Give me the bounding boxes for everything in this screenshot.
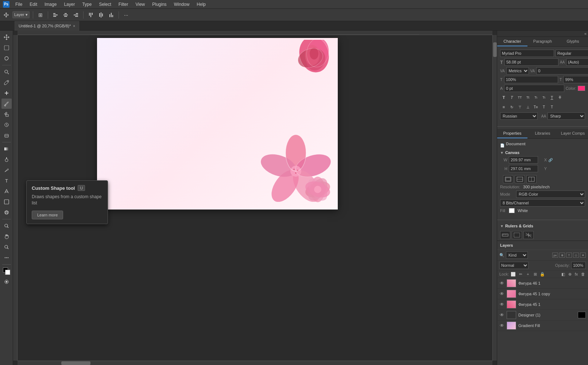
text-color-swatch[interactable] xyxy=(578,86,585,91)
grid-icon[interactable]: ⊞ xyxy=(36,11,45,19)
quick-mask-tool[interactable] xyxy=(1,277,12,287)
tab-glyphs[interactable]: Glyphs xyxy=(558,37,588,46)
menu-view[interactable]: View xyxy=(134,1,146,8)
clone-stamp-tool[interactable] xyxy=(1,109,12,119)
outdent-btn[interactable]: ⊥ xyxy=(524,104,531,110)
marquee-tool[interactable] xyxy=(1,43,12,53)
menu-window[interactable]: Window xyxy=(173,1,191,8)
align-top-icon[interactable] xyxy=(87,11,95,19)
rotate-btn[interactable]: ↻ xyxy=(508,104,515,110)
distribute-icon[interactable]: ··· xyxy=(122,11,130,19)
align-right-icon[interactable] xyxy=(72,11,80,19)
layer-item-3[interactable]: 👁 Designer (1) xyxy=(497,310,588,320)
lock-draw-icon[interactable]: ✏ xyxy=(518,271,523,277)
lang-btn[interactable]: T xyxy=(548,104,556,110)
menu-image[interactable]: Image xyxy=(43,1,58,8)
vertical-scrollbar[interactable] xyxy=(492,35,497,361)
more-tools[interactable] xyxy=(1,253,12,263)
ruler-icon1[interactable] xyxy=(500,231,510,239)
layer-select[interactable]: Layer ▾ xyxy=(12,11,30,18)
tracking-input[interactable] xyxy=(536,67,588,74)
opacity-input[interactable] xyxy=(571,262,586,269)
zoom-tool[interactable] xyxy=(1,221,12,231)
canvas-height-input[interactable] xyxy=(509,165,538,172)
superscript-btn[interactable]: Tt xyxy=(532,94,539,101)
shape-tool[interactable] xyxy=(1,197,12,207)
lock-all-icon[interactable]: 🔒 xyxy=(539,271,545,277)
mode-select[interactable]: RGB Color xyxy=(516,191,585,198)
tab-paragraph[interactable]: Paragraph xyxy=(527,37,558,46)
align-vcenter-icon[interactable] xyxy=(97,11,105,19)
menu-file[interactable]: File xyxy=(14,1,24,8)
tab-properties[interactable]: Properties xyxy=(497,129,527,138)
lock-position-icon[interactable]: + xyxy=(525,271,531,277)
subscript-btn[interactable]: Tt xyxy=(540,94,548,101)
path-selection-tool[interactable] xyxy=(1,186,12,196)
layer-item-2[interactable]: 👁 Фигура 45 1 xyxy=(497,299,588,310)
layer-visibility-3[interactable]: 👁 xyxy=(499,312,504,318)
layer-visibility-1[interactable]: 👁 xyxy=(499,291,504,296)
smallcaps-btn[interactable]: Tt xyxy=(524,94,531,101)
filter-shape-icon[interactable]: ◇ xyxy=(573,253,579,258)
quick-selection-tool[interactable] xyxy=(1,67,12,77)
allcaps-btn[interactable]: TT xyxy=(516,94,523,101)
brush-tool[interactable] xyxy=(1,99,12,109)
rulers-grids-header[interactable]: ▼ Rulers & Grids xyxy=(497,222,588,230)
underline-btn[interactable]: T xyxy=(548,94,556,101)
eyedropper-tool[interactable] xyxy=(1,77,12,88)
document-tab[interactable]: Untitled-1 @ 20,7% (RGB/8)* × xyxy=(15,21,79,31)
menu-help[interactable]: Help xyxy=(195,1,207,8)
filter-type-select[interactable]: Kind xyxy=(506,251,528,259)
fill-color-swatch[interactable] xyxy=(509,208,515,213)
menu-filter[interactable]: Filter xyxy=(117,1,130,8)
hand-tool[interactable] xyxy=(1,231,12,242)
fit-width-icon[interactable] xyxy=(515,175,525,183)
history-brush-tool[interactable] xyxy=(1,120,12,130)
aa-btn[interactable]: T xyxy=(540,104,548,110)
blend-mode-select[interactable]: Normal xyxy=(499,262,529,269)
filter-pixel-icon[interactable]: px xyxy=(552,253,558,258)
layer-style-icon[interactable]: fx xyxy=(573,271,579,277)
layer-visibility-0[interactable]: 👁 xyxy=(499,281,504,286)
strikethrough-btn[interactable]: T xyxy=(556,94,564,101)
font-size-input[interactable] xyxy=(504,58,558,66)
hscroll-thumb[interactable] xyxy=(61,361,90,365)
layer-item-1[interactable]: 👁 Фигура 45 1 copy xyxy=(497,289,588,299)
menu-select[interactable]: Select xyxy=(97,1,112,8)
tab-libraries[interactable]: Libraries xyxy=(527,129,558,138)
menu-plugins[interactable]: Plugins xyxy=(151,1,168,8)
foreground-color[interactable] xyxy=(1,266,12,276)
dodge-tool[interactable] xyxy=(1,154,12,165)
tab-character[interactable]: Character xyxy=(497,37,527,46)
font-family-input[interactable] xyxy=(500,50,554,57)
tab-layer-comps[interactable]: Layer Comps xyxy=(558,129,588,138)
tab-close[interactable]: × xyxy=(73,24,75,28)
ruler-icon3[interactable] xyxy=(523,231,534,239)
language-select[interactable]: Russian xyxy=(500,112,538,120)
panel-collapse-btn[interactable]: « xyxy=(584,31,587,36)
lock-transparent-icon[interactable]: ⬜ xyxy=(510,271,516,277)
menu-type[interactable]: Type xyxy=(81,1,93,8)
lasso-tool[interactable] xyxy=(1,53,12,64)
hscale-input[interactable] xyxy=(563,76,588,83)
gradient-tool[interactable] xyxy=(1,144,12,154)
search-tool[interactable] xyxy=(1,242,12,252)
lock-wh-icon[interactable]: 🔗 xyxy=(548,158,553,162)
indent-btn[interactable]: ⊤ xyxy=(516,104,523,110)
aa-select[interactable]: Sharp xyxy=(548,112,585,120)
layer-visibility-4[interactable]: 👁 xyxy=(499,323,504,328)
menu-edit[interactable]: Edit xyxy=(28,1,39,8)
horizontal-scrollbar[interactable] xyxy=(18,361,492,365)
menu-layer[interactable]: Layer xyxy=(62,1,76,8)
lock-artboard-icon[interactable]: ⊞ xyxy=(532,271,538,277)
spacing-btn[interactable]: T≡ xyxy=(532,104,539,110)
learn-more-button[interactable]: Learn more xyxy=(32,211,63,219)
baseline-input[interactable] xyxy=(504,85,564,92)
fit-all-icon[interactable] xyxy=(503,175,513,183)
italic-btn[interactable]: T xyxy=(508,94,515,101)
layer-item-0[interactable]: 👁 Фигура 46 1 xyxy=(497,278,588,289)
pen-tool[interactable] xyxy=(1,165,12,175)
align-bottom-icon[interactable] xyxy=(107,11,115,19)
vscroll-thumb[interactable] xyxy=(493,42,497,57)
bold-btn[interactable]: T xyxy=(500,94,507,101)
